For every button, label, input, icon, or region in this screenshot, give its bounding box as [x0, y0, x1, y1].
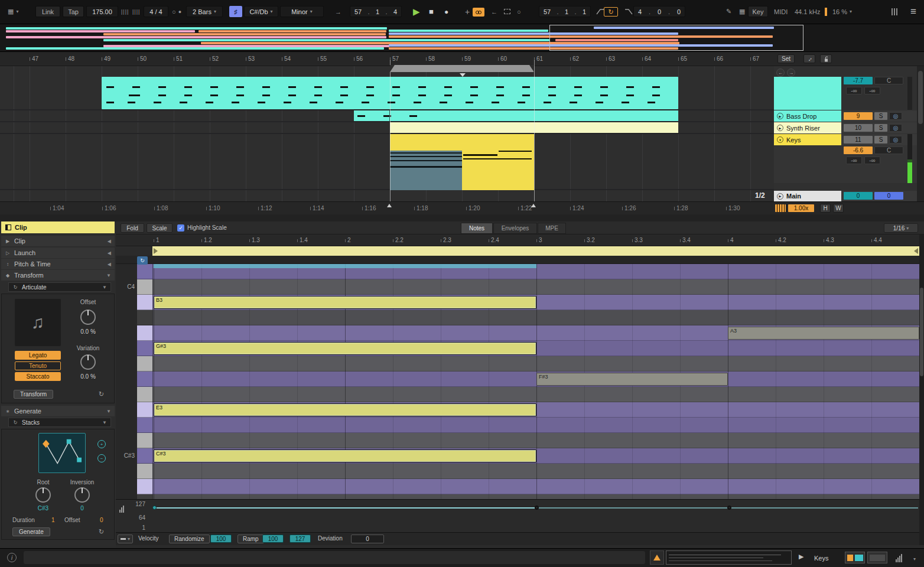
device-thumbnail[interactable] [845, 552, 865, 563]
time-signature-field[interactable]: 4 / 4 [144, 6, 168, 17]
piano-key[interactable] [137, 264, 152, 279]
pitch-row[interactable] [152, 464, 919, 479]
track-header-bass-drop[interactable]: ▶Bass Drop 9 S ◎ [774, 110, 917, 122]
piano-key[interactable] [137, 310, 152, 325]
stacks-visualization[interactable] [38, 433, 86, 473]
loop-brace[interactable] [390, 65, 534, 72]
velocity-handle[interactable] [535, 506, 539, 510]
tab-mpe[interactable]: MPE [538, 223, 566, 234]
track-name[interactable]: ▼Keys [774, 134, 841, 145]
scrub-marker[interactable] [531, 204, 536, 207]
midi-note-fs3[interactable]: F#3 [536, 373, 728, 386]
ramp-start-field[interactable]: 100 [262, 535, 284, 543]
highlight-scale-checkbox[interactable]: ✓ [177, 224, 184, 232]
clip-bass-drop[interactable] [354, 110, 678, 121]
pitch-row[interactable] [152, 387, 919, 402]
solo-button[interactable]: S [874, 112, 887, 120]
arrangement-time-ruler[interactable]: 1:04 1:06 1:08 1:10 1:12 1:14 1:16 1:18 … [0, 201, 924, 214]
output-meter-icon[interactable] [896, 554, 902, 562]
collapse-icon[interactable]: ◀ [108, 250, 111, 256]
warning-indicator[interactable] [650, 550, 664, 565]
track-activator[interactable]: ◎ [889, 136, 902, 144]
solo-button[interactable]: S [874, 136, 887, 144]
lane-selector[interactable]: ▾ [118, 535, 133, 543]
velocity-lane[interactable]: 127 64 1 [116, 499, 919, 532]
preset-cycle-icon[interactable]: ↻ [12, 285, 18, 290]
randomize-amount-field[interactable]: 100 [210, 535, 232, 543]
overview-toggle-icon[interactable] [887, 6, 902, 17]
editor-scrub-area[interactable] [116, 256, 919, 264]
piano-key[interactable] [137, 448, 152, 464]
insert-marker[interactable] [460, 73, 466, 77]
piano-key[interactable] [137, 341, 152, 356]
generate-refresh-icon[interactable]: ↻ [99, 528, 104, 536]
clip-tab[interactable]: Clip [1, 221, 115, 233]
arrangement-tracks[interactable]: 1/2 -7.7 C -∞ -∞ ▶Bass Drop 9 S ◎ [0, 66, 917, 201]
section-clip[interactable]: ▶Clip◀ [1, 236, 115, 246]
pitch-row[interactable] [152, 310, 919, 325]
footer-expand-icon[interactable]: ▾ [913, 556, 916, 562]
deviation-field[interactable]: 0 [351, 535, 384, 543]
staccato-button[interactable]: Staccato [15, 372, 61, 381]
pitch-row[interactable] [152, 279, 919, 295]
clip-keys[interactable] [390, 134, 534, 190]
piano-key[interactable] [137, 402, 152, 418]
velocity-handle[interactable] [152, 506, 157, 510]
midi-note-b3[interactable]: B3 [154, 296, 536, 309]
loop-length-field[interactable]: 4. 0. 0 [633, 6, 685, 17]
piano-key[interactable] [137, 387, 152, 402]
collapse-icon[interactable]: ◀ [108, 262, 111, 267]
section-transform[interactable]: ◆Transform▼ [1, 270, 115, 281]
offset-knob[interactable] [80, 309, 96, 325]
track-name[interactable] [774, 77, 841, 110]
generate-apply-button[interactable]: Generate [12, 527, 50, 536]
follow-button[interactable]: → [331, 6, 346, 17]
clip-loop-toggle[interactable]: ↻ [137, 256, 148, 265]
arrangement-overview[interactable] [0, 24, 924, 52]
piano-key[interactable] [137, 464, 152, 479]
session-record-icon[interactable]: ○ [513, 6, 525, 17]
pitch-row[interactable] [152, 479, 919, 494]
clip-keys-selected-region[interactable] [390, 151, 462, 190]
key-signature-icon[interactable]: ♯ [229, 6, 242, 17]
key-root-menu[interactable]: C#/Db▾ [244, 6, 278, 17]
tab-envelopes[interactable]: Envelopes [493, 223, 537, 234]
playback-speed-field[interactable]: 1.00x [788, 204, 814, 212]
piano-key[interactable] [137, 295, 152, 310]
arrangement-position-field[interactable]: 57. 1. 4 [350, 6, 402, 17]
quantization-menu[interactable]: 2 Bars▾ [186, 6, 223, 17]
pitch-row[interactable] [152, 356, 919, 372]
articulate-selector[interactable]: ↻Articulate▼ [8, 282, 111, 292]
track-name[interactable]: ▶Synth Riser [774, 122, 841, 133]
track-header-hidden[interactable]: -7.7 C -∞ -∞ [774, 77, 917, 110]
nudge-down-icon[interactable]: |||| [120, 6, 130, 17]
root-value[interactable]: C#3 [28, 505, 58, 511]
layout-selector-icon[interactable]: ▦▾ [4, 6, 22, 17]
fold-button[interactable]: Fold [121, 223, 144, 233]
piano-key[interactable] [137, 494, 152, 499]
editor-beat-ruler[interactable]: 1 1.2 1.3 1.4 2 2.2 2.3 2.4 3 3.2 3.3 3.… [116, 234, 924, 246]
grid-interval-menu[interactable]: 1/16▾ [884, 223, 918, 233]
volume-field[interactable]: -7.7 [844, 77, 873, 84]
play-button[interactable]: ▶ [409, 6, 424, 17]
preset-cycle-icon[interactable]: ↻ [12, 420, 18, 425]
scrub-marker[interactable] [387, 204, 392, 207]
stacks-selector[interactable]: ↻Stacks▼ [8, 418, 111, 427]
ramp-button[interactable]: Ramp [237, 535, 264, 543]
piano-key[interactable] [137, 372, 152, 387]
piano-key[interactable] [137, 356, 152, 372]
pitch-row[interactable] [152, 418, 919, 433]
track-header-main[interactable]: ▶Main 0 0 [774, 191, 917, 201]
track-number[interactable]: 9 [844, 112, 873, 120]
arrangement-scrollbar[interactable] [917, 66, 924, 201]
scale-menu[interactable]: Minor▾ [280, 6, 324, 17]
main-value-2[interactable]: 0 [874, 192, 903, 200]
clip-loop-bar[interactable] [152, 246, 919, 256]
midi-note-e3[interactable]: E3 [154, 403, 536, 416]
solo-button[interactable]: S [874, 124, 887, 132]
transform-refresh-icon[interactable]: ↻ [99, 390, 104, 398]
section-generate[interactable]: ∗Generate▼ [1, 406, 115, 416]
track-activator[interactable]: ◎ [889, 112, 902, 120]
set-locator-button[interactable]: Set [777, 54, 795, 63]
loop-switch[interactable]: ↻ [604, 7, 618, 17]
